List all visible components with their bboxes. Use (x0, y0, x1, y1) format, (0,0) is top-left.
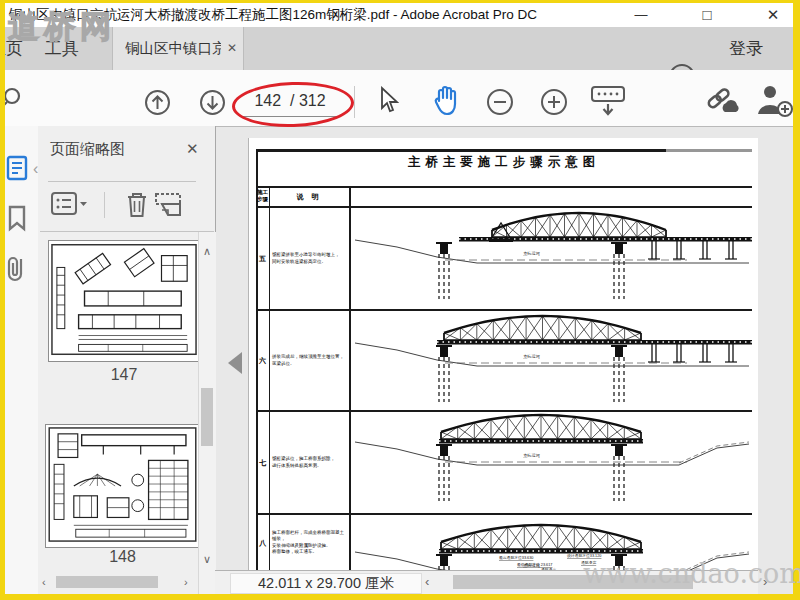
scroll-left-icon[interactable]: ‹ (42, 577, 46, 588)
tab-tools[interactable]: 工具 (45, 27, 79, 70)
pdf-page: 主桥主要施工步骤示意图 施工步骤 说 明 五 钢桁梁拼装至小港导引临时墩上， 同… (248, 138, 758, 570)
navigation-rail: ‹ (5, 126, 39, 594)
sidebar-vertical-scrollbar[interactable]: ∧ ∨ (198, 232, 216, 594)
scroll-down-icon[interactable]: ∨ (203, 554, 211, 565)
window-titlebar: 铜山区中镇口京杭运河大桥撤渡改桥工程施工图126m钢桁梁.pdf - Adobe… (5, 3, 793, 27)
sheet-frame-line (256, 149, 666, 152)
thumbnail-page-number[interactable]: 148 (45, 548, 200, 566)
page-thumbnails-icon[interactable] (5, 154, 31, 182)
svg-text:京杭运河: 京杭运河 (523, 354, 541, 359)
select-tool-icon[interactable] (377, 86, 399, 114)
scroll-right-icon[interactable]: › (184, 577, 188, 588)
window-frame-top (0, 0, 800, 3)
svg-text:设计通航水位33.120: 设计通航水位33.120 (567, 553, 601, 558)
screenshot-root: 铜山区中镇口京杭运河大桥撤渡改桥工程施工图126m钢桁梁.pdf - Adobe… (0, 0, 800, 600)
svg-text:京杭运河: 京杭运河 (523, 251, 541, 256)
close-button[interactable]: ✕ (760, 3, 786, 27)
sheet-frame-line (666, 149, 752, 152)
fit-width-icon[interactable] (589, 84, 627, 118)
step-number: 七 (256, 412, 269, 513)
step-description: 钢桁梁拼装至小港导引临时墩上， 同时安装轨道梁标高定位。 (272, 208, 348, 309)
svg-text:最高通航水位33.630: 最高通航水位33.630 (499, 555, 533, 560)
panel-close-icon[interactable]: ✕ (186, 140, 199, 158)
svg-text:最低通航水位 23.617: 最低通航水位 23.617 (517, 562, 552, 567)
column-header-step: 施工步骤 (256, 189, 269, 203)
delete-pages-icon[interactable] (124, 189, 150, 219)
add-person-icon[interactable] (756, 84, 794, 118)
organize-pages-icon[interactable] (154, 189, 186, 219)
window-frame-bottom (0, 594, 800, 600)
step-number: 五 (256, 208, 269, 309)
tab-home[interactable]: 主页 (5, 27, 41, 70)
window-frame-right (793, 0, 800, 600)
sign-in-button[interactable]: 登录 (729, 27, 763, 70)
divider (48, 181, 196, 182)
table-line (256, 186, 752, 188)
thumbnail-drawing (49, 241, 199, 359)
step-number: 八 (256, 515, 269, 570)
thumbnails-panel: 页面缩略图 ✕ (38, 126, 216, 594)
tab-document-label: 铜山区中镇口京杭... (125, 27, 221, 70)
thumbnail-page-number[interactable]: 147 (48, 366, 200, 384)
svg-text:通航净宽: 通航净宽 (581, 560, 596, 565)
window-frame-left (0, 0, 5, 600)
thumbnail-page-147[interactable] (48, 240, 202, 362)
toolbar-separator (354, 86, 355, 118)
maximize-button[interactable]: □ (694, 3, 720, 27)
tab-bar: 主页 工具 铜山区中镇口京杭... ✕ ? 登录 (5, 27, 793, 70)
bridge-diagram-step7: 京杭运河 (349, 412, 752, 513)
hand-tool-icon[interactable] (431, 84, 461, 116)
attachments-icon[interactable] (5, 254, 29, 284)
document-viewer: 主桥主要施工步骤示意图 施工步骤 说 明 五 钢桁梁拼装至小港导引临时墩上， 同… (215, 126, 758, 570)
tab-home-label: 主页 (5, 27, 23, 70)
zoom-in-icon[interactable] (540, 88, 568, 116)
next-page-icon[interactable] (199, 89, 226, 116)
scroll-left-icon[interactable]: ‹ (425, 576, 429, 587)
window-title: 铜山区中镇口京杭运河大桥撤渡改桥工程施工图126m钢桁梁.pdf - Adobe… (9, 3, 537, 27)
scrollbar-thumb[interactable] (56, 576, 158, 588)
divider (104, 192, 105, 218)
previous-page-arrow[interactable] (228, 352, 242, 374)
status-bar: 42.011 x 29.700 厘米 ‹ › (215, 570, 758, 595)
step-number: 六 (256, 311, 269, 410)
column-header-desc: 说 明 (269, 192, 349, 202)
minimize-button[interactable]: — (628, 3, 654, 27)
drawing-title: 主桥主要施工步骤示意图 (256, 154, 752, 171)
page-dimensions: 42.011 x 29.700 厘米 (230, 573, 422, 594)
step-description: 施工桥面栏杆，完成全桥桥面混凝土铺装， 安装伸缩缝及附属防护设施。 桥面整修，竣… (272, 515, 348, 570)
tab-document[interactable]: 铜山区中镇口京杭... ✕ (112, 27, 244, 70)
sidebar-horizontal-scrollbar[interactable]: ‹ › (40, 574, 198, 590)
thumbnail-page-148[interactable] (45, 424, 202, 548)
main-toolbar: 142 / 312 (5, 70, 793, 127)
scrollbar-thumb[interactable] (453, 575, 693, 589)
scroll-up-icon[interactable]: ∧ (203, 246, 211, 257)
tab-close-icon[interactable]: ✕ (227, 27, 237, 70)
thumbnail-drawing (46, 425, 199, 545)
thumbnail-options-icon[interactable] (50, 190, 88, 218)
bookmarks-icon[interactable] (5, 204, 29, 232)
step-description: 钢桁梁就位，施工桥面系拆除， 进行体系转换标高复测。 (272, 412, 348, 513)
zoom-out-icon[interactable] (486, 88, 514, 116)
share-link-icon[interactable] (703, 86, 739, 116)
bridge-diagram-step6: 京杭运河 (349, 311, 752, 410)
scrollbar-thumb[interactable] (201, 388, 213, 446)
previous-page-icon[interactable] (144, 89, 171, 116)
panel-title: 页面缩略图 (50, 140, 125, 159)
divider (40, 231, 214, 232)
bridge-diagram-step5: 京杭运河 (349, 208, 752, 309)
bridge-diagram-step8: 京杭运河最高通航水位33.630设计通航水位33.120最低通航水位 23.61… (349, 515, 752, 570)
red-circle-annotation (231, 80, 354, 129)
svg-text:京杭运河: 京杭运河 (523, 453, 541, 458)
scroll-right-icon[interactable]: › (763, 576, 767, 587)
step-description: 拼装完成后，继续顶推至主墩位置，落梁就位。 (272, 311, 348, 410)
